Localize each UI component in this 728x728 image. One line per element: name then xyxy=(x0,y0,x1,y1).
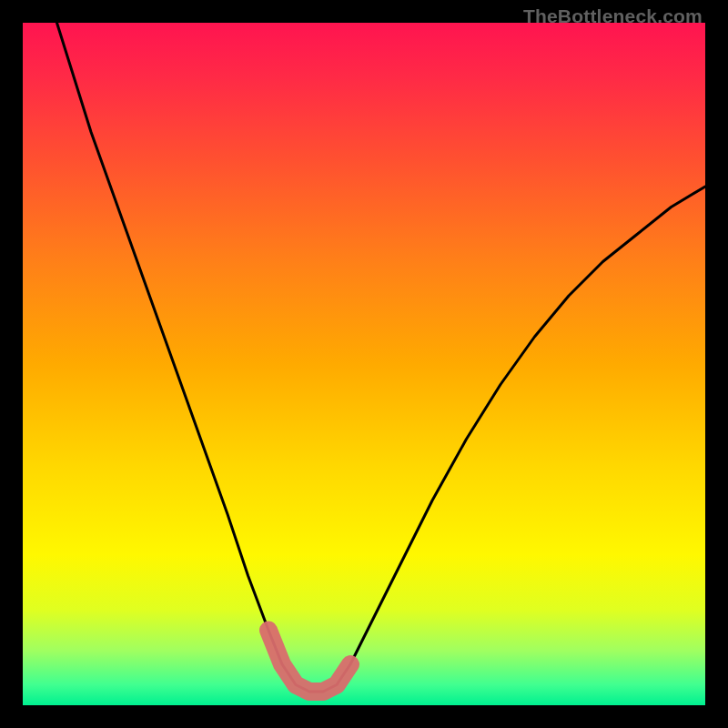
bottleneck-curve xyxy=(57,23,706,692)
curve-layer xyxy=(23,23,705,705)
outer-frame: TheBottleneck.com xyxy=(0,0,728,728)
valley-highlight xyxy=(268,631,350,693)
plot-area xyxy=(23,23,705,705)
